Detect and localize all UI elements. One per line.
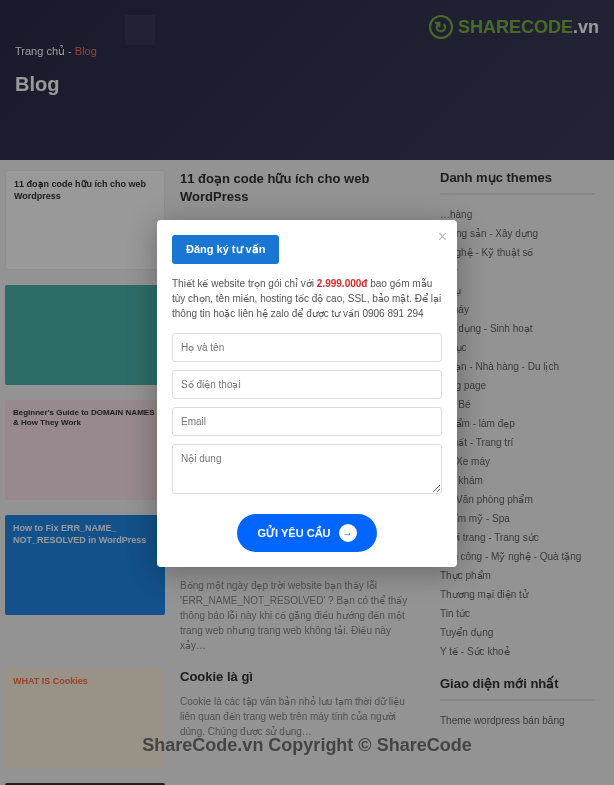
arrow-right-icon: → [339, 524, 357, 542]
content-textarea[interactable] [172, 444, 442, 494]
email-input[interactable] [172, 407, 442, 436]
modal-description: Thiết kế website trọn gói chỉ với 2.999.… [172, 276, 442, 321]
name-input[interactable] [172, 333, 442, 362]
submit-button[interactable]: GỬI YÊU CẦU → [237, 514, 376, 552]
phone-input[interactable] [172, 370, 442, 399]
close-icon[interactable]: × [438, 228, 447, 246]
register-button[interactable]: Đăng ký tư vấn [172, 235, 279, 264]
modal-dialog: × Đăng ký tư vấn Thiết kế website trọn g… [157, 220, 457, 567]
